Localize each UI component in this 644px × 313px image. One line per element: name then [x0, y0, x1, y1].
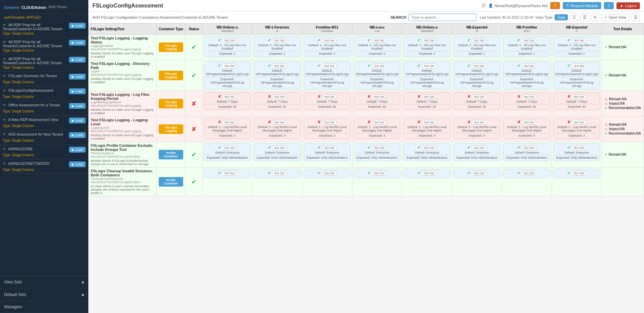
table-view-button[interactable]: ☰	[580, 14, 589, 21]
load-button-9[interactable]: ▶ Load	[69, 161, 86, 167]
data-cell-7: ✔ Not Set Default: %ProgramData%\FSLogix…	[552, 60, 602, 91]
not-set-badge: Not Set	[272, 171, 287, 176]
cell-card: ✔ Not Set Default: %ProgramData%\FSLogix…	[354, 62, 401, 89]
load-button-1[interactable]: ▶ Load	[69, 40, 86, 46]
data-cell-7: ✔ Not Set	[552, 168, 602, 196]
not-set-badge: Not Set	[521, 64, 536, 68]
view-type-button[interactable]: Data	[555, 14, 568, 20]
cell-check-icon: ✔	[417, 145, 421, 150]
cell-card: ✔ Not Set Default: 2 - All Log Files Are…	[204, 36, 251, 57]
cell-card: ✔ Not Set	[553, 169, 600, 178]
not-set-badge: Not Set	[521, 145, 536, 150]
load-button-4[interactable]: ▶ Load	[69, 88, 86, 94]
load-button-7[interactable]: ▶ Load	[69, 132, 86, 138]
cell-value: Default: %ProgramData%\FSLogix\Logs	[355, 69, 399, 76]
cell-check-icon: ✔	[317, 145, 321, 150]
test-info-cell: FSLogix Cleanup Invalid Sessions-Both Co…	[89, 168, 157, 196]
grid-view-button[interactable]: ☷	[570, 14, 578, 21]
cell-expected: Expected: Only Administrators	[405, 155, 449, 159]
cell-value: Default: 2 - Log WARN Level Messages And…	[555, 125, 598, 132]
eye-icon: 👁	[3, 162, 6, 166]
cell-value: Default: 2 - All Log Files Are Enabled	[355, 44, 399, 50]
cell-card: ✘ Not Set Default: 2 - Log WARN Level Me…	[254, 118, 301, 139]
cell-value: Default: 2 - Log WARN Level Messages And…	[355, 125, 399, 132]
status-cell: ✔	[186, 142, 203, 168]
not-set-badge: Not Set	[372, 64, 387, 68]
not-set-badge: Not Set	[472, 64, 487, 68]
save-icon: ✓	[604, 15, 607, 20]
cell-check-icon: ✔	[467, 145, 471, 150]
request-module-button[interactable]: ↻ Request Module	[563, 2, 601, 9]
cell-value: Default: Everyone	[206, 151, 249, 154]
load-button-3[interactable]: ▶ Load	[69, 74, 86, 80]
cell-value: Default: Everyone	[405, 151, 449, 154]
search-input[interactable]	[408, 14, 476, 21]
col-header-8: NB-Expectedn	[552, 24, 602, 35]
cell-x-icon: ✘	[268, 120, 271, 124]
sidebar-item-9[interactable]: 👁 ASINGLEONETTWOOO ▶ Load Type: Single C…	[0, 159, 88, 174]
cell-value: Default: Everyone	[455, 151, 499, 154]
not-set-badge: Not Set	[521, 120, 536, 125]
load-button-6[interactable]: ▶ Load	[69, 118, 86, 123]
data-cell-4: ✘ Not Set Default: 2 - Log WARN Level Me…	[402, 117, 452, 142]
cell-expected: Expected: 2	[455, 51, 499, 55]
cell-check-icon: ✔	[367, 145, 371, 150]
col-header-2: NB-1-FerencesD	[252, 24, 302, 35]
not-set-badge: Not Set	[272, 120, 287, 125]
col-header-container-type: Container Type	[157, 24, 186, 35]
not-set-badge: Not Set	[521, 171, 536, 176]
refresh-button[interactable]: ↻	[591, 14, 599, 21]
menu-button[interactable]: ☰	[631, 14, 640, 21]
save-view-button[interactable]: ✓ Save View	[601, 14, 629, 21]
data-cell-0: ✔ Not Set Default: 2 - All Log Files Are…	[203, 35, 253, 60]
sidebar-item-1[interactable]: 👁 All RDP Prop for all TenantsCustomer-E…	[0, 38, 88, 55]
table-row: FSLogix Profile Container Exclude-Includ…	[89, 142, 644, 168]
sidebar-footer-managers[interactable]: Managers	[0, 301, 88, 313]
logout-button[interactable]: ► Logout	[616, 2, 640, 9]
cell-check-icon: ✔	[467, 38, 471, 42]
cell-x-icon: ✘	[517, 120, 521, 124]
upload-button[interactable]: ⇧	[550, 2, 560, 9]
container-badge: FSLogix Logging	[159, 124, 183, 134]
cell-card: ✘ Not Set Default: 7 Days Expected: 30	[453, 92, 500, 110]
sidebar-item-2[interactable]: 👁 All RDP Prop for all TenantsCustomer-F…	[0, 55, 88, 72]
load-button-5[interactable]: ▶ Load	[69, 103, 86, 109]
cell-check-icon: ✔	[517, 38, 521, 42]
cell-card: ✔ Not Set	[503, 169, 550, 178]
sidebar-item-5[interactable]: 👁 Office Assessment for a Tenant ▶ Load …	[0, 101, 88, 116]
status-icon: ✘	[191, 100, 196, 107]
sidebar-footer-default-sets[interactable]: Default Sets ●	[0, 289, 88, 301]
remark-cell: ✔ Remark:NA	[602, 35, 644, 60]
remark-icon: ✔	[605, 73, 607, 77]
sidebar-item-4[interactable]: 👁 FSLogixConfigAssessment ▶ Load Type: S…	[0, 86, 88, 101]
cell-check-icon: ✔	[567, 171, 571, 175]
cell-expected: Expected: 2	[555, 51, 598, 55]
sidebar-item-6[interactable]: 👁 A New RDP Assessment View ▶ Load Type:…	[0, 116, 88, 130]
cell-check-icon: ✔	[218, 171, 221, 175]
sidebar-item-7[interactable]: 👁 AVD Assessment for New Tenant ▶ Load T…	[0, 130, 88, 145]
cell-expected: Expected: %ProgramData%\FSLog ix\Logs	[256, 76, 299, 88]
sidebar-item-0[interactable]: 👁 All RDP Prop for all TenantsCustomer-D…	[0, 21, 88, 38]
not-set-badge: Not Set	[422, 171, 437, 176]
sidebar-item-3[interactable]: 👁 FSLogix Summary for Tenant ▶ Load Type…	[0, 72, 88, 86]
load-button-8[interactable]: ▶ Load	[69, 147, 86, 153]
cell-card: ✔ Not Set Default: Everyone Expected: On…	[403, 143, 450, 161]
extra-remark-icon: ⚠	[605, 102, 608, 105]
cell-value: Default: %ProgramData%\FSLogix\Logs	[455, 69, 499, 76]
cell-check-icon: ✔	[218, 145, 221, 150]
cell-card: ✘ Not Set Default: 2 - Log WARN Level Me…	[503, 118, 550, 139]
remark-cell: ✔ Remark:NA	[602, 142, 644, 168]
cell-value: Default: 7 Days	[505, 100, 549, 103]
sidebar-footer-view-sets[interactable]: View Sets ●	[0, 276, 88, 289]
sidebar-item-8[interactable]: 👁 ASINGLEONE ▶ Load Type: Single Column	[0, 145, 88, 159]
not-set-badge: Not Set	[472, 94, 487, 99]
load-button-0[interactable]: ▶ Load	[69, 23, 86, 29]
download-button[interactable]: ⇩	[604, 2, 614, 9]
data-cell-2: ✔ Not Set Default: 2 - All Log Files Are…	[302, 35, 352, 60]
extra-remark-text: Recommendation:NA	[609, 106, 641, 110]
cell-card: ✔ Not Set Default: 2 - All Log Files Are…	[354, 36, 401, 57]
view-type-label: View Type	[536, 15, 553, 19]
cell-card: ✔ Not Set	[204, 169, 251, 178]
cell-check-icon: ✔	[417, 171, 421, 175]
load-button-2[interactable]: ▶ Load	[69, 57, 86, 63]
